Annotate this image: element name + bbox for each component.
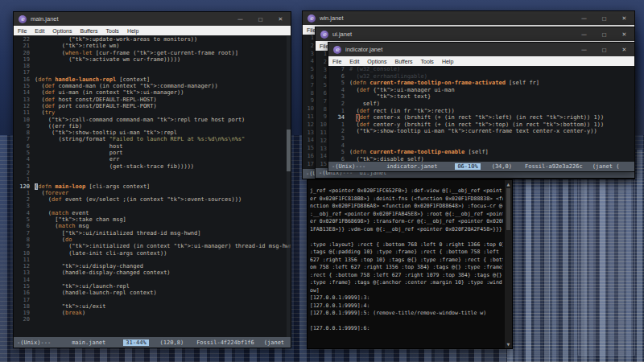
code-line[interactable]: 9 ("tk">:initialized (in context "tk">:u…: [14, 243, 291, 249]
code-line[interactable]: 16 (defn handle-launch-repl [context]: [14, 76, 291, 83]
code-line[interactable]: 4 err: [14, 156, 291, 162]
minimize-button[interactable]: —: [230, 12, 250, 26]
code-line[interactable]: 13 (handle-display-changed context): [14, 269, 291, 276]
code-line[interactable]: 5 ["tk">:take chan msg]: [14, 216, 291, 223]
menu-item[interactable]: Options: [363, 59, 390, 64]
minimize-button[interactable]: —: [574, 27, 594, 41]
code-line[interactable]: 17: [14, 69, 291, 76]
scroll-up-icon[interactable]: ▲: [505, 181, 512, 187]
code-line[interactable]: 15 (def command-man (in context "tk">:co…: [14, 83, 291, 89]
code-line[interactable]: 2: [14, 170, 291, 176]
terminal-window[interactable]: j_ref <pointer 0x020F1FC652F0>} :def-vie…: [307, 179, 513, 349]
code-line[interactable]: 7 (string/format "Failed to launch REPL …: [14, 136, 291, 142]
code-line[interactable]: 6 host: [14, 143, 291, 150]
code-line[interactable]: 120 (defn main-loop [cli-args context](: [14, 183, 291, 190]
code-line[interactable]: 17: [14, 297, 291, 303]
code-line[interactable]: 12 (def port const/DEFAULT-REPL-PORT): [14, 103, 291, 109]
code-line[interactable]: 9 ((err fib): [14, 123, 291, 130]
code-line[interactable]: 3: [328, 135, 634, 142]
code-line[interactable]: 1: [14, 176, 291, 183]
code-line[interactable]: 1 (forever: [14, 190, 291, 196]
code-line[interactable]: 34 (def center-x (brshift (+ (in rect "t…: [328, 114, 634, 121]
title-bar[interactable]: e indicator.janet — □ ✕: [328, 43, 634, 56]
title-bar[interactable]: e win.janet — □ ✕: [303, 11, 634, 25]
code-line[interactable]: 4 (match event: [14, 210, 291, 216]
code-line[interactable]: 1 (def rect (in fr "tk">:rect)): [328, 108, 634, 115]
code-text: ("tk">:update-work-areas to monitors)): [35, 36, 197, 43]
close-button[interactable]: ✕: [614, 11, 634, 25]
terminal-line: ow]: [310, 287, 503, 295]
window-indicator-janet[interactable]: e indicator.janet — □ ✕ FileEditOptionsB…: [328, 42, 635, 172]
code-text: err: [35, 156, 119, 162]
menu-item[interactable]: File: [14, 28, 31, 34]
maximize-button[interactable]: □: [594, 43, 614, 56]
code-line[interactable]: 20: [14, 316, 291, 323]
close-button[interactable]: ✕: [614, 43, 634, 56]
code-line[interactable]: 6 ("tk">:disable self): [328, 156, 634, 162]
minimize-button[interactable]: —: [574, 43, 594, 56]
menu-item[interactable]: Options: [48, 28, 76, 34]
window-main-janet[interactable]: e main.janet — □ ✕ FileEditOptionsBuffer…: [13, 11, 291, 348]
code-line[interactable]: 11 (try: [14, 109, 291, 116]
code-line[interactable]: 7 ["tk">:ui/initialized thread-id msg-hw…: [14, 230, 291, 237]
title-bar[interactable]: e main.janet — □ ✕: [14, 12, 291, 26]
code-line[interactable]: 3 (get-stack-trace fib))))): [14, 163, 291, 170]
code-line[interactable]: 2 self): [328, 101, 634, 108]
menu-item[interactable]: Buffers: [76, 28, 101, 34]
code-line[interactable]: 3: [14, 203, 291, 209]
code-line[interactable]: 3 "tk">:text text}: [328, 93, 634, 101]
code-line[interactable]: 2 ("tk">:show-tooltip ui-man "tk">:curre…: [328, 128, 634, 135]
code-line[interactable]: 15 "tk">:ui/launch-repl: [14, 283, 291, 290]
code-line[interactable]: 14 (def ui-man (in context "tk">:ui-mana…: [14, 89, 291, 96]
code-line[interactable]: 5 (defn current-frame-tooltip-on-frame-a…: [328, 80, 634, 87]
menu-item[interactable]: Tools: [417, 59, 438, 64]
code-line[interactable]: 18: [14, 63, 291, 69]
code-line[interactable]: 10 ("tk">:call-command command-man "tk">…: [14, 117, 291, 123]
code-line[interactable]: 6 (match msg: [14, 223, 291, 229]
menu-item[interactable]: Help: [438, 59, 457, 64]
maximize-button[interactable]: □: [594, 27, 614, 41]
scrollbar-thumb[interactable]: [287, 130, 291, 171]
close-button[interactable]: ✕: [270, 12, 291, 26]
scrollbar-thumb[interactable]: [506, 188, 510, 230]
code-line[interactable]: 8 (do: [14, 237, 291, 243]
terminal-output[interactable]: j_ref <pointer 0x020F1FC652F0>} :def-vie…: [310, 187, 503, 347]
menu-item[interactable]: File: [328, 59, 345, 64]
editor-buffer[interactable]: 7 # (w32_console) 6 (w32_errhandlingable…: [328, 66, 634, 162]
code-line[interactable]: 18 "tk">:ui/exit: [14, 303, 291, 310]
code-line[interactable]: 13 (def host const/DEFAULT-REPL-HOST): [14, 97, 291, 103]
close-button[interactable]: ✕: [614, 27, 634, 41]
menu-item[interactable]: Edit: [31, 28, 48, 34]
code-line[interactable]: 19 (break): [14, 310, 291, 316]
code-line[interactable]: 5 port: [14, 150, 291, 156]
code-line[interactable]: 14: [14, 277, 291, 283]
code-line[interactable]: 4 (def {"tk">:ui-manager ui-man: [328, 87, 634, 94]
code-line[interactable]: 2 (def event (ev/select ;(in context "tk…: [14, 196, 291, 203]
editor-buffer[interactable]: 22 ("tk">:update-work-areas to monitors)…: [14, 36, 291, 337]
code-line[interactable]: 22 ("tk">:update-work-areas to monitors)…: [14, 36, 291, 43]
menu-item[interactable]: Tools: [102, 28, 123, 34]
terminal-scrollbar[interactable]: ▲ ▼: [505, 180, 512, 348]
menu-item[interactable]: Edit: [345, 59, 363, 64]
maximize-button[interactable]: □: [594, 11, 614, 25]
menu-item[interactable]: Buffers: [390, 59, 416, 64]
code-line[interactable]: 20 (when-let [cur-frame ("tk">:get-curre…: [14, 50, 291, 56]
editor-scrollbar[interactable]: [287, 36, 291, 337]
menu-item[interactable]: Help: [123, 28, 142, 34]
code-line[interactable]: 19 ("tk">:activate wm cur-frame))))): [14, 56, 291, 63]
code-line[interactable]: 4: [328, 142, 634, 150]
code-line[interactable]: 1 (def center-y (brshift (+ (in rect "tk…: [328, 121, 634, 129]
scroll-down-icon[interactable]: ▼: [505, 341, 512, 348]
code-line[interactable]: 12 "tk">:ui/display-changed: [14, 263, 291, 269]
code-line[interactable]: 5 (defn current-frame-tooltip-enable [se…: [328, 149, 634, 156]
title-bar[interactable]: e ui.janet — □ ✕: [316, 27, 634, 41]
minimize-button[interactable]: —: [574, 11, 594, 25]
maximize-button[interactable]: □: [250, 12, 270, 26]
code-line[interactable]: 10 (late-init cli-args context)): [14, 250, 291, 257]
code-line[interactable]: 11: [14, 257, 291, 263]
code-line[interactable]: 16 (handle-launch-repl context): [14, 290, 291, 296]
code-line[interactable]: 8 ("tk">:show-tooltip ui-man "tk">:repl: [14, 130, 291, 136]
code-line[interactable]: 21 ("tk">:retile wm): [14, 43, 291, 49]
code-line[interactable]: 6 (w32_errhandlingable): [328, 73, 634, 80]
code-line[interactable]: 7 # (w32_console): [328, 66, 634, 73]
